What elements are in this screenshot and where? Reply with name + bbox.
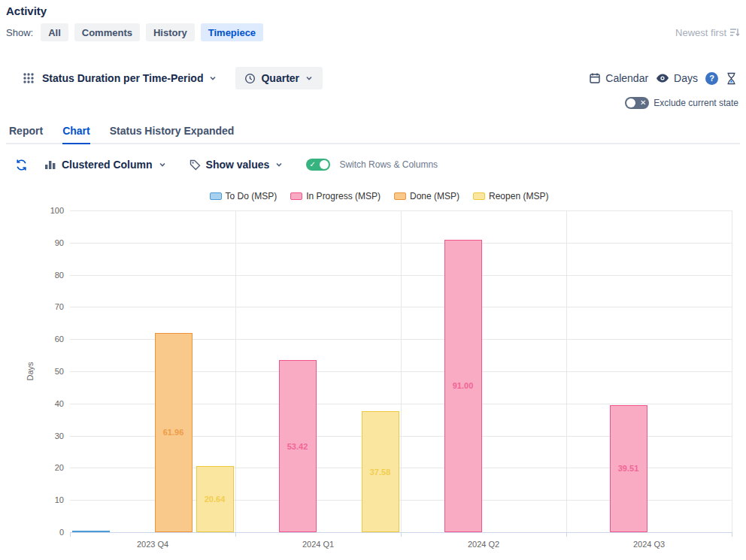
- report-toolbar: Status Duration per Time-Period Quarter …: [6, 66, 740, 90]
- toggle-on-check-icon: ✓: [309, 159, 315, 170]
- bar-value-label: 91.00: [438, 381, 489, 390]
- sort-order-control[interactable]: Newest first: [675, 27, 740, 38]
- tab-status-history-expanded[interactable]: Status History Expanded: [110, 120, 235, 144]
- legend-item-0[interactable]: To Do (MSP): [210, 191, 277, 201]
- x-axis-tick: [732, 532, 732, 537]
- sort-order-label: Newest first: [675, 27, 726, 38]
- toggle-knob: [626, 98, 635, 107]
- switch-rows-columns-label: Switch Rows & Columns: [339, 159, 438, 170]
- legend-item-3[interactable]: Reopen (MSP): [473, 191, 548, 201]
- refresh-icon[interactable]: [15, 159, 28, 171]
- activity-panel: Activity Show: All Comments History Time…: [0, 0, 746, 560]
- x-axis-category-label: 2024 Q1: [235, 540, 401, 549]
- tab-report[interactable]: Report: [9, 120, 43, 144]
- page-title: Activity: [6, 5, 740, 17]
- period-dropdown[interactable]: Quarter: [235, 67, 323, 89]
- chart: To Do (MSP)In Progress (MSP)Done (MSP)Re…: [6, 191, 746, 560]
- legend-label: In Progress (MSP): [306, 191, 381, 201]
- eye-icon: [656, 73, 669, 83]
- exclude-current-state-toggle[interactable]: ✕: [625, 97, 649, 109]
- help-button[interactable]: ?: [705, 72, 718, 85]
- chart-type-label: Clustered Column: [62, 159, 153, 171]
- bar-reopenmsp-2024Q1[interactable]: 37.58: [362, 411, 399, 532]
- tag-icon: [190, 159, 201, 171]
- y-axis-tick-label: 20: [11, 463, 64, 472]
- x-axis-line: [70, 532, 732, 533]
- y-axis-tick-label: 40: [11, 399, 64, 408]
- chevron-down-icon: [305, 74, 314, 83]
- gridline-x: [235, 210, 236, 532]
- chart-toolbar: Clustered Column Show values ✓ Switch Ro…: [6, 155, 740, 174]
- chart-type-dropdown[interactable]: Clustered Column: [44, 159, 167, 171]
- legend-label: Reopen (MSP): [489, 191, 548, 201]
- x-axis-category-label: 2024 Q2: [401, 540, 566, 549]
- toggle-knob: [320, 160, 329, 169]
- activity-filter-row: Show: All Comments History Timepiece New…: [6, 23, 740, 42]
- legend-swatch: [394, 192, 406, 200]
- switch-rows-columns-toggle[interactable]: ✓: [306, 159, 330, 171]
- unit-button[interactable]: Days: [656, 72, 698, 84]
- grid-icon: [23, 72, 35, 84]
- legend-item-1[interactable]: In Progress (MSP): [290, 191, 381, 201]
- bar-inprogressmsp-2024Q2[interactable]: 91.00: [444, 240, 482, 532]
- toggle-off-cross-icon: ✕: [640, 98, 646, 108]
- bar-todomsp-2023Q4[interactable]: [72, 531, 110, 532]
- gridline-x: [401, 210, 402, 532]
- legend-label: To Do (MSP): [226, 191, 277, 201]
- exclude-current-state-row: ✕ Exclude current state: [6, 96, 740, 110]
- filter-comments[interactable]: Comments: [74, 23, 140, 41]
- filter-timepiece[interactable]: Timepiece: [201, 23, 263, 41]
- report-right-tools: Calendar Days ?: [589, 72, 740, 85]
- chevron-down-icon: [208, 74, 217, 83]
- tab-chart[interactable]: Chart: [62, 120, 90, 144]
- report-type-dropdown[interactable]: Status Duration per Time-Period: [42, 72, 217, 84]
- view-tabs: Report Chart Status History Expanded: [6, 120, 740, 144]
- x-axis-category-label: 2024 Q3: [566, 540, 732, 549]
- y-axis-tick-label: 80: [11, 271, 64, 280]
- bar-inprogressmsp-2024Q3[interactable]: 39.51: [610, 405, 647, 532]
- legend-label: Done (MSP): [410, 191, 459, 201]
- show-label: Show:: [6, 27, 33, 38]
- bar-reopenmsp-2023Q4[interactable]: 20.64: [196, 466, 234, 532]
- y-axis-title: Days: [26, 362, 35, 380]
- y-axis-tick-label: 100: [11, 206, 64, 215]
- show-values-label: Show values: [206, 159, 270, 171]
- period-label: Quarter: [261, 72, 299, 84]
- calendar-label: Calendar: [605, 72, 648, 84]
- y-axis-tick-label: 90: [11, 238, 64, 247]
- bar-value-label: 37.58: [355, 468, 406, 477]
- legend-swatch: [290, 192, 302, 200]
- legend-swatch: [210, 192, 222, 200]
- filter-history[interactable]: History: [146, 23, 195, 41]
- hourglass-icon[interactable]: [726, 72, 737, 85]
- gridline-x: [732, 210, 732, 532]
- calendar-button[interactable]: Calendar: [589, 72, 648, 84]
- legend-item-2[interactable]: Done (MSP): [394, 191, 459, 201]
- y-axis-tick-label: 30: [11, 431, 64, 440]
- calendar-icon: [589, 72, 601, 84]
- filter-all[interactable]: All: [41, 23, 68, 41]
- bar-value-label: 20.64: [190, 495, 241, 504]
- bar-value-label: 53.42: [272, 442, 323, 451]
- unit-label: Days: [674, 72, 698, 84]
- y-axis-tick-label: 50: [11, 367, 64, 376]
- exclude-current-state-label: Exclude current state: [654, 98, 738, 108]
- gridline-x: [566, 210, 567, 532]
- legend-swatch: [473, 192, 485, 200]
- clock-icon: [244, 73, 256, 84]
- chevron-down-icon: [158, 160, 167, 169]
- bar-value-label: 39.51: [603, 464, 654, 473]
- sort-descending-icon: [729, 27, 740, 38]
- chart-legend: To Do (MSP)In Progress (MSP)Done (MSP)Re…: [6, 191, 746, 201]
- y-axis-tick-label: 60: [11, 334, 64, 344]
- report-type-label: Status Duration per Time-Period: [42, 72, 203, 84]
- chevron-down-icon: [274, 160, 284, 169]
- y-axis-tick-label: 10: [11, 495, 64, 504]
- y-axis-tick-label: 70: [11, 302, 64, 311]
- y-axis-tick-label: 0: [11, 528, 64, 537]
- show-values-dropdown[interactable]: Show values: [190, 159, 284, 171]
- bar-chart-icon: [44, 159, 56, 170]
- x-axis-category-label: 2023 Q4: [70, 540, 235, 549]
- bar-donemsp-2023Q4[interactable]: 61.96: [155, 333, 193, 532]
- bar-inprogressmsp-2024Q1[interactable]: 53.42: [279, 360, 317, 532]
